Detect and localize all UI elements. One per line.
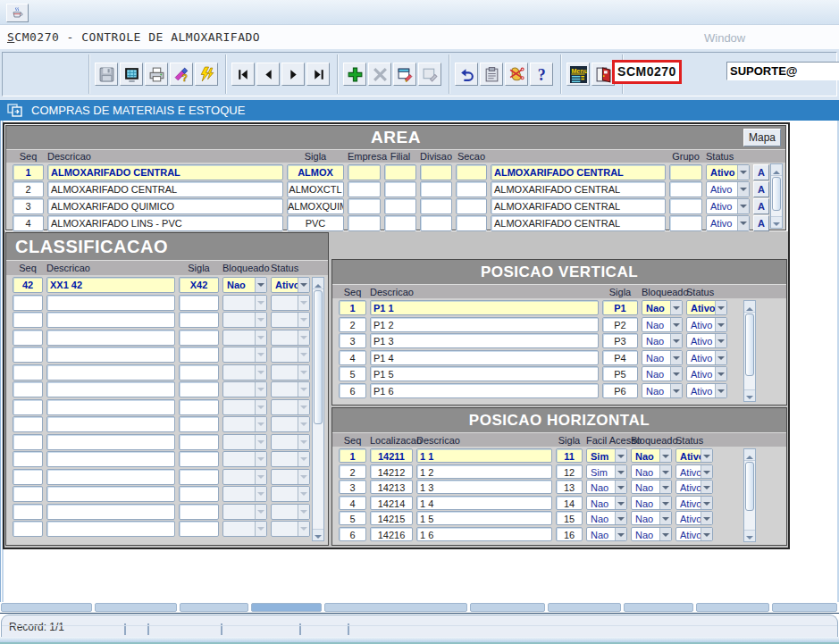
area-secao-field[interactable] bbox=[456, 215, 487, 231]
area-row-a-button[interactable]: A bbox=[753, 215, 769, 231]
area-sigla-field[interactable]: ALMOXQUIM bbox=[287, 198, 344, 214]
chevron-down-icon[interactable] bbox=[659, 449, 671, 462]
classificacao-seq-field[interactable] bbox=[13, 399, 43, 415]
chevron-down-icon[interactable] bbox=[255, 296, 266, 310]
posicao-vertical-sigla-field[interactable]: P3 bbox=[602, 333, 638, 348]
classificacao-descricao-field[interactable] bbox=[46, 469, 175, 485]
area-secao-field[interactable] bbox=[456, 181, 487, 197]
area-grupo-field[interactable] bbox=[669, 181, 702, 197]
chevron-down-icon[interactable] bbox=[737, 199, 749, 213]
chevron-down-icon[interactable] bbox=[298, 330, 309, 345]
area-filial-field[interactable] bbox=[384, 215, 416, 231]
chevron-down-icon[interactable] bbox=[659, 481, 671, 493]
classificacao-seq-field[interactable] bbox=[13, 486, 43, 502]
classificacao-sigla-field[interactable] bbox=[179, 347, 219, 363]
chevron-down-icon[interactable] bbox=[615, 481, 626, 493]
area-seq-field[interactable]: 1 bbox=[13, 164, 44, 180]
classificacao-bloqueado-dropdown[interactable] bbox=[222, 381, 267, 397]
chevron-down-icon[interactable] bbox=[255, 435, 266, 449]
posicao-horizontal-localizacao-field[interactable]: 14213 bbox=[370, 480, 413, 494]
classificacao-seq-field[interactable] bbox=[13, 451, 43, 467]
area-seq-field[interactable]: 2 bbox=[13, 181, 44, 197]
classificacao-descricao-field[interactable]: XX1 42 bbox=[46, 277, 175, 293]
posicao-vertical-seq-field[interactable]: 6 bbox=[339, 383, 366, 398]
posicao-vertical-bloqueado-dropdown[interactable]: Nao bbox=[642, 317, 683, 332]
classificacao-seq-field[interactable] bbox=[13, 330, 43, 346]
area-vertical-scrollbar[interactable] bbox=[770, 163, 783, 229]
scroll-down-icon[interactable] bbox=[771, 216, 782, 228]
previous-record-button[interactable] bbox=[256, 63, 280, 86]
classificacao-sigla-field[interactable] bbox=[179, 381, 219, 397]
classificacao-seq-field[interactable] bbox=[13, 295, 43, 311]
posicao-horizontal-seq-field[interactable]: 3 bbox=[339, 480, 366, 494]
classificacao-seq-field[interactable] bbox=[13, 312, 43, 328]
chevron-down-icon[interactable] bbox=[255, 400, 266, 414]
classificacao-status-dropdown[interactable] bbox=[271, 451, 310, 467]
chevron-down-icon[interactable] bbox=[298, 522, 309, 536]
area-descricao-field[interactable]: ALMOXARIFADO CENTRAL bbox=[47, 181, 283, 197]
execute-query-button[interactable] bbox=[195, 63, 218, 86]
area-status-dropdown[interactable]: Ativo bbox=[706, 215, 750, 231]
posicao-horizontal-localizacao-field[interactable]: 14214 bbox=[370, 496, 413, 510]
hscroll-segment[interactable] bbox=[324, 603, 467, 612]
classificacao-seq-field[interactable] bbox=[13, 381, 43, 397]
chevron-down-icon[interactable] bbox=[615, 465, 626, 478]
next-record-button[interactable] bbox=[281, 63, 305, 86]
posicao-vertical-sigla-field[interactable]: P6 bbox=[602, 383, 638, 398]
classificacao-descricao-field[interactable] bbox=[46, 486, 175, 502]
posicao-horizontal-descricao-field[interactable]: 1 2 bbox=[416, 464, 552, 479]
posicao-horizontal-bloqueado-dropdown[interactable]: Nao bbox=[631, 527, 672, 541]
classificacao-status-dropdown[interactable] bbox=[271, 416, 310, 432]
posicao-horizontal-status-dropdown[interactable]: Ativo bbox=[675, 464, 713, 479]
posicao-horizontal-descricao-field[interactable]: 1 3 bbox=[416, 480, 552, 494]
posicao-vertical-seq-field[interactable]: 1 bbox=[339, 300, 366, 315]
posicao-vertical-bloqueado-dropdown[interactable]: Nao bbox=[642, 350, 683, 365]
posicao-horizontal-descricao-field[interactable]: 1 5 bbox=[416, 511, 552, 525]
posicao-horizontal-seq-field[interactable]: 1 bbox=[339, 448, 366, 463]
clear-item-button[interactable] bbox=[418, 63, 441, 86]
posicao-horizontal-localizacao-field[interactable]: 14212 bbox=[370, 464, 413, 479]
area-empresa-field[interactable] bbox=[348, 181, 381, 197]
classificacao-seq-field[interactable] bbox=[13, 416, 43, 432]
classificacao-sigla-field[interactable] bbox=[179, 312, 219, 328]
posicao-horizontal-descricao-field[interactable]: 1 4 bbox=[416, 496, 552, 510]
posicao-vertical-descricao-field[interactable]: P1 2 bbox=[370, 317, 599, 332]
posicao-vertical-descricao-field[interactable]: P1 1 bbox=[370, 300, 599, 315]
posicao-vertical-status-dropdown[interactable]: Ativo bbox=[686, 317, 727, 332]
chevron-down-icon[interactable] bbox=[701, 497, 712, 509]
area-secao-field[interactable] bbox=[456, 198, 487, 214]
classificacao-bloqueado-dropdown[interactable] bbox=[222, 364, 267, 381]
area-filial-field[interactable] bbox=[384, 181, 416, 197]
chevron-down-icon[interactable] bbox=[715, 384, 726, 397]
posicao-horizontal-localizacao-field[interactable]: 14216 bbox=[370, 527, 413, 541]
chevron-down-icon[interactable] bbox=[659, 497, 671, 509]
area-descricao2-field[interactable]: ALMOXARIFADO CENTRAL bbox=[491, 215, 666, 231]
chevron-down-icon[interactable] bbox=[670, 334, 682, 347]
hscroll-segment[interactable] bbox=[1, 603, 92, 612]
posicao-horizontal-bloqueado-dropdown[interactable]: Nao bbox=[631, 496, 672, 510]
scroll-down-icon[interactable] bbox=[313, 529, 323, 540]
classificacao-descricao-field[interactable] bbox=[46, 416, 175, 432]
chevron-down-icon[interactable] bbox=[298, 505, 309, 519]
hscroll-segment[interactable] bbox=[548, 603, 621, 612]
posicao-vertical-descricao-field[interactable]: P1 4 bbox=[370, 350, 599, 365]
area-divisao-field[interactable] bbox=[420, 164, 452, 180]
chevron-down-icon[interactable] bbox=[298, 400, 309, 414]
classificacao-sigla-field[interactable] bbox=[179, 504, 219, 520]
posicao-horizontal-bloqueado-dropdown[interactable]: Nao bbox=[631, 448, 672, 463]
posicao-horizontal-status-dropdown[interactable]: Ativo bbox=[675, 480, 713, 494]
chevron-down-icon[interactable] bbox=[737, 182, 749, 197]
menu-item-window[interactable]: Window bbox=[704, 31, 745, 45]
classificacao-descricao-field[interactable] bbox=[46, 295, 175, 311]
classificacao-descricao-field[interactable] bbox=[46, 347, 175, 363]
chevron-down-icon[interactable] bbox=[670, 367, 682, 381]
edit-window-button[interactable] bbox=[393, 63, 416, 86]
chevron-down-icon[interactable] bbox=[298, 296, 309, 310]
posicao-vertical-sigla-field[interactable]: P2 bbox=[602, 317, 638, 332]
area-grupo-field[interactable] bbox=[669, 164, 702, 180]
classificacao-bloqueado-dropdown[interactable] bbox=[222, 434, 267, 450]
area-descricao-field[interactable]: ALMOXARIFADO CENTRAL bbox=[47, 164, 283, 180]
chevron-down-icon[interactable] bbox=[255, 417, 266, 431]
posicao-horizontal-status-dropdown[interactable]: Ativo bbox=[675, 511, 713, 525]
scroll-up-icon[interactable] bbox=[744, 301, 755, 313]
